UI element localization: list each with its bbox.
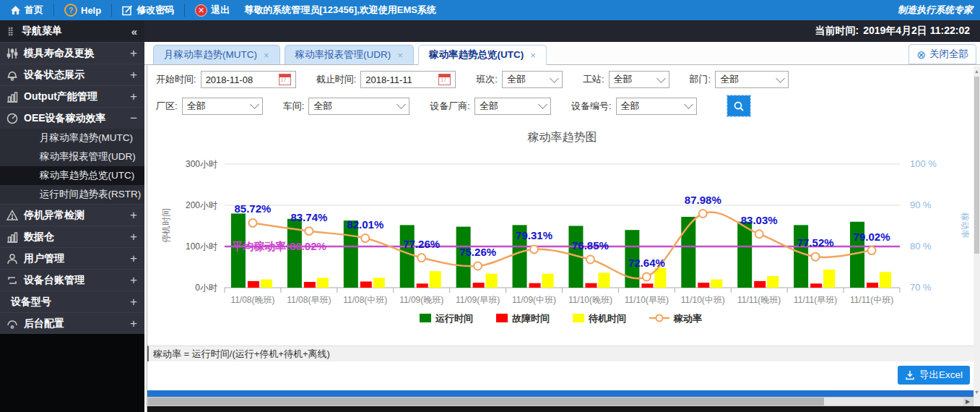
- filter-label: 工站:: [583, 73, 604, 86]
- left-axis-tick: 200小时: [186, 200, 217, 210]
- expand-plus-icon[interactable]: +: [130, 230, 137, 244]
- date-input[interactable]: 2018-11-11: [360, 71, 456, 88]
- legend-label[interactable]: 待机时间: [588, 313, 626, 324]
- tab-close-icon[interactable]: ×: [530, 50, 536, 61]
- tab-bar: 月稼动率趋势(MUTC)×稼动率报表管理(UDR)×稼动率趋势总览(UTC)× …: [144, 42, 980, 65]
- tab-label: 稼动率报表管理(UDR): [295, 48, 391, 61]
- x-axis-label: 11/10(中班): [681, 295, 725, 305]
- search-button[interactable]: [727, 95, 750, 116]
- close-all-button[interactable]: ⊗ 关闭全部: [909, 44, 976, 64]
- chevron-down-icon: [776, 74, 785, 83]
- filter-row-1: 开始时间:2018-11-08截止时间:2018-11-11班次:全部工站:全部…: [156, 71, 809, 88]
- sidebar-item-5[interactable]: 数据仓+: [0, 226, 144, 247]
- sidebar-subitem[interactable]: 月稼动率趋势(MUTC): [0, 129, 144, 147]
- sidebar-header: ⣿ 导航菜单 «: [0, 20, 144, 42]
- sidebar-item-0[interactable]: 模具寿命及更换+: [0, 42, 144, 64]
- data-label: 79.31%: [516, 229, 552, 241]
- select-dropdown[interactable]: 全部: [308, 98, 409, 115]
- hscroll-thumb[interactable]: [148, 398, 824, 405]
- expand-plus-icon[interactable]: +: [130, 68, 137, 82]
- chevrons-left-icon[interactable]: «: [131, 25, 137, 38]
- sidebar-item-2[interactable]: Output产能管理+: [0, 85, 144, 107]
- right-axis-label: 稼动率: [960, 213, 970, 239]
- sidebar-item-3[interactable]: OEE设备稼动效率−: [0, 107, 144, 129]
- expand-plus-icon[interactable]: +: [130, 90, 137, 104]
- bell-icon: [6, 69, 19, 82]
- bar-standby: [486, 274, 498, 288]
- select-dropdown[interactable]: 全部: [609, 71, 669, 88]
- legend-label[interactable]: 故障时间: [511, 313, 550, 324]
- expand-plus-icon[interactable]: +: [130, 252, 137, 266]
- sidebar-item-6[interactable]: 用户管理+: [0, 247, 144, 269]
- select-dropdown[interactable]: 全部: [182, 98, 263, 115]
- chevron-down-icon: [396, 100, 406, 109]
- date-input[interactable]: 2018-11-08: [201, 71, 296, 88]
- sidebar-submenu: 月稼动率趋势(MUTC)稼动率报表管理(UDR)稼动率趋势总览(UTC)运行时间…: [0, 129, 144, 204]
- bar-fault: [810, 283, 822, 288]
- field-value: 全部: [621, 100, 680, 113]
- sidebar-item-7[interactable]: 设备台账管理+: [0, 269, 144, 291]
- expand-plus-icon[interactable]: +: [130, 46, 137, 61]
- grip-dots-icon: ⣿: [7, 28, 14, 35]
- tab-label: 月稼动率趋势(MUTC): [164, 48, 257, 61]
- topbar-item-change-password[interactable]: 修改密码: [112, 0, 184, 20]
- expand-plus-icon[interactable]: +: [130, 208, 137, 223]
- bar-standby: [767, 276, 779, 288]
- tab-label: 稼动率趋势总览(UTC): [429, 48, 524, 61]
- topbar-item-label: 修改密码: [136, 4, 174, 17]
- select-dropdown[interactable]: 全部: [715, 71, 789, 88]
- vscroll-down-arrow-icon[interactable]: ▼: [974, 387, 980, 396]
- main-area: 当前时间: 2019年4月2日 11:22:02 月稼动率趋势(MUTC)×稼动…: [144, 20, 980, 412]
- x-axis-label: 11/10(晚班): [568, 295, 612, 305]
- sidebar: ⣿ 导航菜单 « 模具寿命及更换+设备状态展示+Output产能管理+OEE设备…: [0, 20, 144, 412]
- tab-close-icon[interactable]: ×: [397, 50, 403, 61]
- sidebar-subitem[interactable]: 运行时间趋势表(RSTR): [0, 185, 144, 204]
- tab-close-icon[interactable]: ×: [264, 50, 269, 61]
- expand-plus-icon[interactable]: +: [130, 273, 137, 288]
- select-dropdown[interactable]: 全部: [502, 71, 563, 88]
- legend-label[interactable]: 稼动率: [673, 313, 702, 324]
- bar-standby: [430, 271, 441, 288]
- expand-plus-icon[interactable]: +: [130, 295, 137, 309]
- chart-title: 稼动率趋势图: [528, 131, 597, 143]
- sidebar-item-label: 模具寿命及更换: [24, 47, 125, 60]
- sidebar-item-label: 停机异常检测: [24, 209, 125, 222]
- vertical-scrollbar[interactable]: ▲ ▼: [974, 66, 980, 406]
- expand-plus-icon[interactable]: +: [130, 317, 137, 331]
- calendar-icon[interactable]: [438, 74, 451, 85]
- hscroll-right-arrow-icon[interactable]: ▶: [963, 398, 973, 405]
- vscroll-thumb[interactable]: [974, 77, 979, 254]
- topbar-item-home[interactable]: 首页: [0, 0, 53, 20]
- sidebar-subitem[interactable]: 稼动率报表管理(UDR): [0, 147, 144, 166]
- x-axis-label: 11/11(中班): [850, 295, 893, 305]
- current-time-label: 当前时间:: [815, 25, 859, 38]
- select-dropdown[interactable]: 全部: [616, 98, 697, 115]
- sidebar-item-9[interactable]: 后台配置+: [0, 312, 144, 334]
- tab-2[interactable]: 稼动率趋势总览(UTC)×: [418, 45, 547, 65]
- horizontal-scrollbar[interactable]: ▶: [147, 397, 974, 406]
- line-marker: [248, 219, 256, 227]
- bar-fault: [754, 281, 766, 288]
- tab-1[interactable]: 稼动率报表管理(UDR)×: [285, 45, 414, 64]
- topbar-item-logout[interactable]: ✕退出: [185, 0, 240, 20]
- legend-label[interactable]: 运行时间: [435, 313, 473, 324]
- select-dropdown[interactable]: 全部: [474, 98, 551, 115]
- tab-0[interactable]: 月稼动率趋势(MUTC)×: [153, 45, 280, 64]
- vscroll-up-arrow-icon[interactable]: ▲: [974, 66, 980, 75]
- filter-row-2: 厂区:全部车间:全部设备厂商:全部设备编号:全部: [156, 95, 750, 116]
- sidebar-item-8[interactable]: 设备型号+: [0, 291, 144, 312]
- collapse-minus-icon[interactable]: −: [130, 111, 137, 126]
- line-marker: [643, 272, 651, 280]
- topbar-item-help[interactable]: ?Help: [54, 0, 111, 20]
- warning-icon: [6, 209, 19, 222]
- sidebar-item-4[interactable]: 停机异常检测+: [0, 204, 144, 226]
- edit-icon: [122, 5, 133, 16]
- sidebar-subitem[interactable]: 稼动率趋势总览(UTC): [0, 166, 144, 185]
- filter-label: 班次:: [476, 73, 498, 86]
- field-value: 全部: [614, 73, 652, 86]
- export-excel-button[interactable]: 导出Excel: [898, 366, 970, 385]
- bar-standby: [598, 272, 610, 288]
- x-axis-label: 11/09(早班): [456, 295, 500, 305]
- calendar-icon[interactable]: [279, 74, 291, 85]
- sidebar-item-1[interactable]: 设备状态展示+: [0, 64, 144, 85]
